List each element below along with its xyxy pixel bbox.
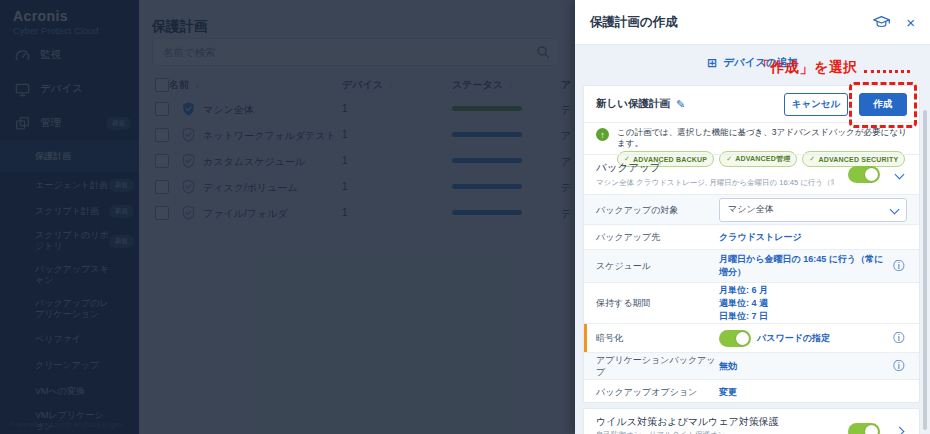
retention-row: 保持する期間 月単位: 6 月 週単位: 4 週 日単位: 7 日	[584, 282, 919, 323]
info-icon[interactable]: ⓘ	[893, 360, 905, 372]
destination-link[interactable]: クラウドストレージ	[719, 231, 802, 244]
backup-target-row: バックアップの対象 マシン全体	[584, 194, 919, 224]
encryption-password-link[interactable]: パスワードの指定	[757, 332, 830, 345]
backup-options-link[interactable]: 変更	[719, 386, 737, 399]
annotation-dotted-leader	[864, 70, 910, 73]
annotation-text: 「作成」を選択	[756, 59, 858, 77]
info-icon[interactable]: ⓘ	[893, 260, 905, 272]
antivirus-label: ウイルス対策およびマルウェア対策保護	[596, 415, 779, 428]
row-label: 暗号化	[596, 332, 719, 344]
annotation-dashed-box	[849, 82, 917, 128]
row-label: バックアップオプション	[596, 386, 719, 398]
notice-text: この計画では、選択した機能に基づき、3アドバンスドパックが必要になります。	[617, 127, 907, 149]
training-cap-icon[interactable]	[872, 14, 891, 30]
cancel-button[interactable]: キャンセル	[784, 93, 848, 116]
backup-section-label: バックアップ	[596, 161, 834, 175]
row-label: 保持する期間	[596, 297, 719, 309]
application-backup-link[interactable]: 無効	[719, 360, 737, 373]
backup-section-row: バックアップ マシン全体 クラウドストレージ, 月曜日から金曜日の 16:45 …	[584, 154, 919, 194]
encryption-toggle[interactable]	[719, 330, 751, 347]
row-label: バックアップ先	[596, 231, 719, 243]
plan-settings-card: 新しい保護計画 ✎ キャンセル 作成 ↑ この計画では、選択した機能に基づき、3…	[583, 85, 920, 403]
backup-target-select[interactable]: マシン全体	[719, 198, 907, 222]
backup-section-subtitle: マシン全体 クラウドストレージ, 月曜日から金曜日の 16:45 に行う（常に増…	[596, 178, 834, 188]
antivirus-subtitle: 自己防御オン、リアルタイム保護オン	[596, 430, 779, 434]
panel-header: 保護計画の作成 ×	[575, 0, 930, 45]
add-device-icon: ⊞	[707, 57, 717, 69]
backup-options-row: バックアップオプション 変更	[584, 379, 919, 403]
modal-dim-overlay	[0, 0, 575, 434]
antivirus-row: ウイルス対策およびマルウェア対策保護 自己防御オン、リアルタイム保護オン	[584, 409, 919, 434]
row-label: スケジュール	[596, 260, 719, 272]
chevron-down-icon	[890, 205, 900, 215]
add-devices-button[interactable]: ⊞ デバイスの追加	[575, 45, 930, 81]
row-label: アプリケーションバックアップ	[596, 354, 719, 378]
backup-toggle[interactable]	[848, 166, 880, 183]
panel-scrollbar[interactable]	[923, 110, 927, 430]
application-backup-row: アプリケーションバックアップ 無効 ⓘ	[584, 352, 919, 379]
panel-title: 保護計画の作成	[590, 14, 678, 31]
row-label: バックアップの対象	[596, 204, 719, 216]
edit-icon[interactable]: ✎	[676, 98, 685, 111]
antivirus-toggle[interactable]	[848, 423, 880, 434]
info-icon[interactable]: ⓘ	[893, 332, 905, 344]
retention-monthly: 月単位: 6 月	[719, 284, 768, 297]
chevron-down-icon[interactable]	[895, 170, 905, 180]
schedule-row: スケジュール 月曜日から金曜日の 16:45 に行う（常に増分） ⓘ	[584, 249, 919, 282]
antivirus-card: ウイルス対策およびマルウェア対策保護 自己防御オン、リアルタイム保護オン	[583, 408, 920, 434]
chevron-right-icon[interactable]	[895, 427, 905, 434]
retention-link[interactable]: 月単位: 6 月 週単位: 4 週 日単位: 7 日	[719, 284, 768, 323]
create-plan-panel: 保護計画の作成 × ⊞ デバイスの追加 新しい保護計画 ✎ キャンセル 作成 ↑…	[575, 0, 930, 434]
backup-destination-row: バックアップ先 クラウドストレージ	[584, 224, 919, 249]
schedule-link[interactable]: 月曜日から金曜日の 16:45 に行う（常に増分）	[719, 253, 887, 279]
advanced-pack-icon: ↑	[596, 128, 609, 141]
plan-name-text: 新しい保護計画	[596, 97, 670, 111]
retention-weekly: 週単位: 4 週	[719, 297, 768, 310]
encryption-row: 暗号化 パスワードの指定 ⓘ	[584, 323, 919, 352]
retention-daily: 日単位: 7 日	[719, 310, 768, 323]
close-icon[interactable]: ×	[906, 15, 915, 30]
selected-option: マシン全体	[728, 203, 774, 216]
